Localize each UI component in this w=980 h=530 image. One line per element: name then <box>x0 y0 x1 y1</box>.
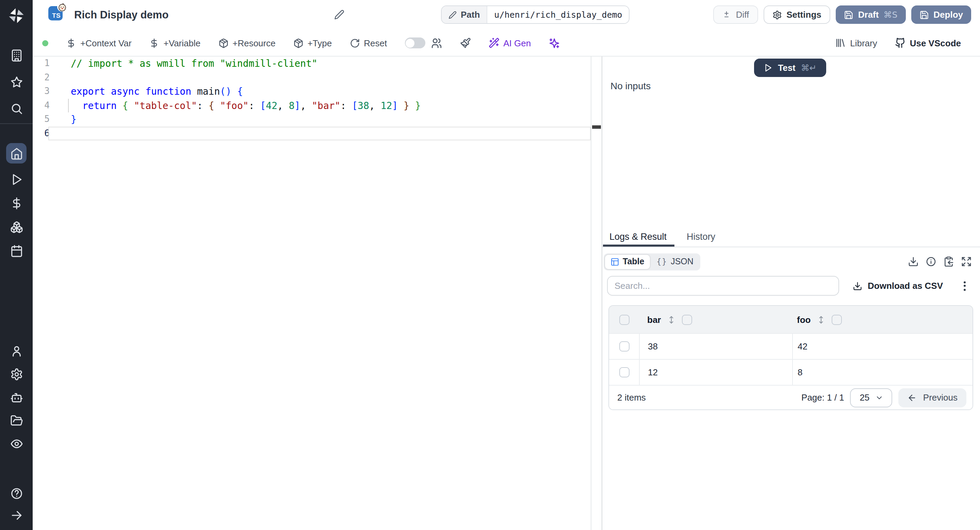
row-checkbox[interactable] <box>619 367 629 377</box>
status-dot <box>42 40 48 46</box>
plus-minus-icon <box>722 10 731 19</box>
sidebar-item-user[interactable] <box>8 343 24 359</box>
eye-icon <box>10 437 23 450</box>
result-table: barfoo 3842128 2 items Page: 1 / 1 25 Pr… <box>608 305 973 410</box>
editor-overview-ruler[interactable] <box>591 57 601 530</box>
code-line-6[interactable]: 6 <box>33 126 591 140</box>
settings-button[interactable]: Settings <box>763 5 830 24</box>
sidebar-item-calendar[interactable] <box>8 243 24 259</box>
code-line-3[interactable]: 3export async function main() { <box>33 85 591 99</box>
boxes-icon <box>10 220 23 233</box>
sidebar-group-top <box>0 47 33 117</box>
view-table-button[interactable]: Table <box>605 254 649 269</box>
search-input[interactable] <box>607 276 839 296</box>
column-checkbox-bar[interactable] <box>682 314 692 325</box>
windmill-logo-icon[interactable] <box>0 5 33 26</box>
sidebar-item-dollar-sign[interactable] <box>8 195 24 211</box>
sidebar-item-folder-open[interactable] <box>8 412 24 428</box>
download-csv-button[interactable]: Download as CSV <box>853 281 943 291</box>
reset-button[interactable]: Reset <box>350 38 387 48</box>
sidebar-item-star[interactable] <box>8 73 24 90</box>
download-button[interactable] <box>908 256 919 267</box>
dollar-sign-icon <box>10 196 23 209</box>
column-checkbox-foo[interactable] <box>832 314 842 325</box>
line-number: 1 <box>33 57 50 70</box>
info-button[interactable] <box>926 256 937 267</box>
path-field[interactable]: Path u/henri/rich_display_demo <box>441 5 630 24</box>
sidebar-item-building[interactable] <box>8 47 24 63</box>
result-tabbar: Logs & Result History <box>602 227 980 247</box>
add-context-var-button[interactable]: +Context Var <box>66 38 132 48</box>
view-segmented-control: Table {} JSON <box>604 253 700 270</box>
deploy-button[interactable]: Deploy <box>911 5 971 24</box>
edit-title-pencil-icon[interactable] <box>334 10 344 20</box>
test-button[interactable]: Test ⌘↵ <box>754 59 826 77</box>
code-text: return { "table-col": { "foo": [42, 8], … <box>50 99 421 112</box>
format-code-button[interactable] <box>460 37 471 48</box>
sort-bar-button[interactable] <box>667 315 676 324</box>
ai-gen-button[interactable]: AI Gen <box>488 37 531 48</box>
search-icon <box>10 102 23 115</box>
package-icon <box>293 38 304 48</box>
help-circle-icon <box>10 487 23 500</box>
dollar-icon <box>150 38 159 48</box>
code-text <box>50 70 71 85</box>
table-header: barfoo <box>609 306 972 333</box>
cell-bar: 12 <box>648 367 658 377</box>
home-icon <box>10 147 23 160</box>
code-line-2[interactable]: 2 <box>33 70 591 85</box>
tab-history[interactable]: History <box>674 227 728 246</box>
multiplayer-toggle[interactable] <box>404 37 425 48</box>
table-footer: 2 items Page: 1 / 1 25 Previous <box>609 385 972 409</box>
sidebar-group-admin <box>0 343 33 452</box>
add-type-button[interactable]: +Type <box>293 38 332 48</box>
sidebar-item-eye[interactable] <box>8 435 24 452</box>
sidebar-item-boxes[interactable] <box>8 219 24 235</box>
sort-foo-button[interactable] <box>817 315 826 324</box>
more-options-button[interactable] <box>961 278 969 293</box>
settings-icon <box>10 367 23 380</box>
add-variable-button[interactable]: +Variable <box>150 38 201 48</box>
line-number: 6 <box>33 126 50 140</box>
sidebar-item-settings[interactable] <box>8 366 24 382</box>
view-json-button[interactable]: {} JSON <box>651 254 698 269</box>
select-all-checkbox[interactable] <box>619 314 629 325</box>
table-row-2[interactable]: 128 <box>609 359 972 385</box>
sidebar-item-home[interactable] <box>6 143 27 163</box>
braces-icon: {} <box>656 257 667 267</box>
diff-button[interactable]: Diff <box>714 5 758 24</box>
add-resource-button[interactable]: +Resource <box>218 38 275 48</box>
active-tab-underline <box>603 244 674 246</box>
line-number: 3 <box>33 85 50 99</box>
path-value: u/henri/rich_display_demo <box>487 6 629 23</box>
sidebar-item-help-circle[interactable] <box>8 485 24 501</box>
tab-logs-result[interactable]: Logs & Result <box>602 227 674 246</box>
code-line-4[interactable]: 4 return { "table-col": { "foo": [42, 8]… <box>33 99 591 112</box>
table-controls: Download as CSV <box>607 276 972 296</box>
sidebar-item-search[interactable] <box>8 100 24 117</box>
draft-shortcut: ⌘S <box>883 10 897 20</box>
clipboard-copy-button[interactable] <box>943 256 954 267</box>
code-line-5[interactable]: 5} <box>33 112 591 126</box>
code-editor[interactable]: 1// import * as wmill from "windmill-cli… <box>33 57 591 530</box>
baby-emoji-badge <box>57 2 67 11</box>
sidebar-item-bot[interactable] <box>8 389 24 405</box>
sidebar-group-footer <box>0 485 33 523</box>
previous-page-button[interactable]: Previous <box>899 388 966 407</box>
sidebar-item-arrow-right[interactable] <box>8 507 24 523</box>
page-size-select[interactable]: 25 <box>850 388 892 407</box>
cell-foo: 8 <box>798 367 802 377</box>
sparkles-button[interactable] <box>549 37 560 49</box>
code-line-1[interactable]: 1// import * as wmill from "windmill-cli… <box>33 57 591 70</box>
line-number: 2 <box>33 70 50 85</box>
column-header-foo: foo <box>797 314 811 325</box>
expand-button[interactable] <box>961 256 972 267</box>
library-button[interactable]: Library <box>835 37 877 48</box>
row-checkbox[interactable] <box>619 341 629 351</box>
test-shortcut: ⌘↵ <box>801 63 817 73</box>
play-icon <box>764 63 772 72</box>
sidebar-item-play[interactable] <box>8 171 24 187</box>
use-vscode-button[interactable]: Use VScode <box>895 37 961 48</box>
draft-button[interactable]: Draft ⌘S <box>836 5 906 24</box>
table-row-1[interactable]: 3842 <box>609 333 972 359</box>
